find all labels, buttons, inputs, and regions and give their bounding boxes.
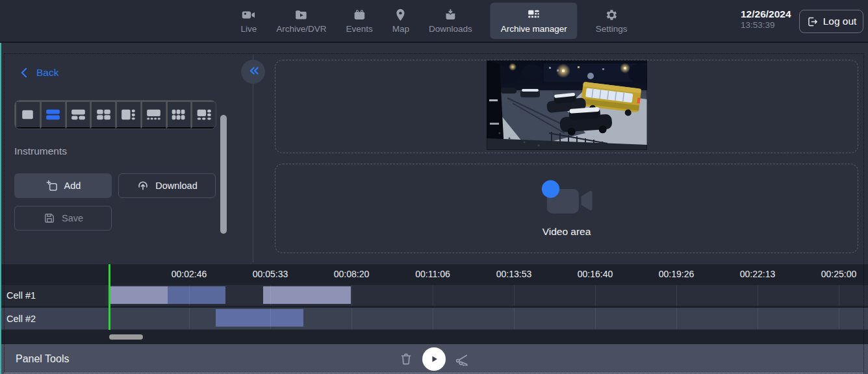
scissors-icon [454, 351, 470, 367]
timeline-horizontal-scrollbar[interactable] [109, 334, 143, 340]
layout-big-top-four-button[interactable] [141, 101, 166, 129]
timeline-row-label[interactable]: Cell #1 [0, 285, 105, 306]
save-label: Save [62, 213, 83, 223]
nav-item-events[interactable]: Events [344, 4, 374, 38]
timeline-tick-label: 00:13:53 [496, 269, 532, 279]
layout-top-wide-two-button[interactable] [66, 101, 91, 129]
chevron-left-icon [18, 66, 31, 79]
timeline-ruler[interactable]: 00:02:4600:05:3300:08:2000:11:0600:13:53… [0, 264, 868, 285]
left-accent-edge [0, 43, 1, 374]
nav-item-label: Archive manager [501, 24, 567, 34]
timeline-row-label[interactable]: Cell #2 [0, 308, 105, 329]
play-button[interactable] [422, 347, 446, 371]
timeline-row-separator [0, 306, 868, 308]
layout-grid-2x2-button[interactable] [90, 101, 116, 129]
layout-top-wide-two-icon [68, 107, 88, 122]
main-nav: LiveArchive/DVREventsMapDownloadsArchive… [239, 0, 628, 42]
date-display: 12/26/2024 [741, 8, 791, 20]
floppy-icon [43, 212, 56, 225]
timeline-playhead[interactable] [108, 264, 110, 330]
layout-single-icon [18, 107, 38, 122]
timeline-row-cell-2: Cell #2 [0, 308, 868, 329]
trash-icon [398, 351, 414, 367]
nav-item-label: Settings [596, 24, 628, 34]
recording-segment[interactable] [263, 286, 351, 304]
folder-play-icon [294, 8, 309, 22]
layout-big-plus-small-button[interactable] [191, 101, 216, 129]
panel-tools-bar: Panel Tools [0, 344, 868, 374]
download-label: Download [155, 181, 198, 191]
logout-label: Log out [823, 16, 857, 27]
upload-arc-icon [136, 179, 149, 192]
nav-item-archive-dvr[interactable]: Archive/DVR [275, 4, 327, 38]
nav-item-archive-manager[interactable]: Archive manager [491, 3, 578, 39]
timeline-tick-label: 00:11:06 [415, 269, 450, 279]
nav-item-map[interactable]: Map [391, 4, 411, 38]
layout-big-top-four-icon [144, 107, 164, 122]
top-nav-bar: LiveArchive/DVREventsMapDownloadsArchive… [0, 0, 868, 43]
nav-item-downloads[interactable]: Downloads [428, 4, 474, 38]
calendar-icon [352, 8, 366, 22]
layout-grid-3x2-button[interactable] [166, 101, 192, 129]
layout-two-rows-icon [43, 107, 63, 122]
video-camera-icon [242, 8, 256, 22]
collapse-panel-button[interactable] [241, 60, 265, 84]
instruments-label: Instruments [14, 145, 67, 157]
app-root: LiveArchive/DVREventsMapDownloadsArchive… [0, 0, 868, 374]
nav-item-label: Map [392, 24, 409, 34]
timeline-tick-label: 00:22:13 [740, 269, 776, 279]
timeline-tick-label: 00:19:26 [659, 269, 695, 279]
nav-item-live[interactable]: Live [239, 4, 258, 38]
timeline-track[interactable] [0, 308, 868, 329]
recording-segment[interactable] [110, 286, 168, 304]
gear-icon [604, 8, 619, 22]
nav-item-label: Live [240, 24, 257, 34]
panel-tools-label: Panel Tools [16, 344, 69, 374]
add-label: Add [64, 181, 81, 191]
add-button[interactable]: Add [14, 173, 112, 198]
video-slot-2-dropzone[interactable]: Video area [275, 164, 858, 253]
recording-segment[interactable] [168, 286, 225, 304]
download-button[interactable]: Download [118, 173, 216, 198]
layout-big-left-three-button[interactable] [116, 101, 141, 129]
recording-segment[interactable] [216, 309, 303, 327]
timeline-row-cell-1: Cell #1 [0, 285, 868, 306]
nav-item-settings[interactable]: Settings [594, 4, 629, 38]
timeline-tick-label: 00:05:33 [253, 269, 288, 279]
cut-button[interactable] [453, 351, 470, 368]
layout-big-left-three-icon [118, 107, 138, 122]
double-chevron-left-icon [246, 63, 261, 81]
video-area-label: Video area [542, 226, 591, 238]
camera-preview-image[interactable] [487, 60, 647, 150]
download-tray-icon [443, 8, 457, 22]
logout-button[interactable]: Log out [799, 10, 863, 33]
left-panel-scrollbar[interactable] [220, 115, 227, 234]
layout-selector [14, 100, 216, 129]
layout-grid-3x2-icon [169, 107, 189, 122]
layout-single-button[interactable] [15, 101, 40, 129]
layout-big-plus-small-icon [194, 107, 214, 122]
timeline-scroll-strip [0, 330, 868, 344]
timeline-track[interactable] [0, 285, 868, 306]
nav-item-label: Archive/DVR [276, 24, 326, 34]
save-button[interactable]: Save [14, 206, 112, 231]
layout-two-rows-button[interactable] [40, 101, 66, 129]
video-slot-1[interactable] [275, 60, 858, 153]
timeline-tick-label: 00:25:00 [821, 269, 857, 279]
back-button[interactable]: Back [18, 66, 58, 79]
timeline-tick-label: 00:02:46 [172, 269, 207, 279]
timeline-tick-label: 00:16:40 [578, 269, 613, 279]
panel-tools-buttons [398, 344, 470, 374]
time-display: 13:53:39 [741, 20, 791, 31]
layout-grid-2x2-icon [94, 107, 114, 122]
add-square-icon [45, 179, 58, 192]
timeline-tick-label: 00:08:20 [334, 269, 370, 279]
datetime-display: 12/26/2024 13:53:39 [741, 8, 791, 31]
logout-icon [806, 16, 819, 28]
map-pin-icon [394, 8, 408, 22]
panel-divider [253, 55, 253, 262]
back-label: Back [36, 67, 58, 79]
delete-button[interactable] [398, 351, 415, 368]
play-icon [427, 352, 441, 366]
nav-item-label: Events [346, 24, 372, 34]
